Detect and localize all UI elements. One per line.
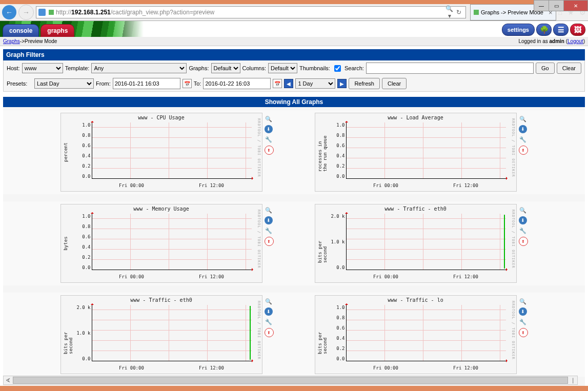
filters-panel: Host: www Template: Any Graphs: Default … xyxy=(3,60,585,92)
plot-area xyxy=(92,122,252,179)
csv-export-icon[interactable]: ⬇ xyxy=(519,307,527,316)
zoom-icon[interactable]: 🔍 xyxy=(519,297,527,305)
zoom-icon[interactable]: 🔍 xyxy=(265,115,273,123)
y-axis-label: percent xyxy=(63,142,68,162)
realtime-icon[interactable]: ⬆ xyxy=(265,237,274,246)
y-axis-label: bits per second xyxy=(63,315,73,354)
tab-graphs[interactable]: graphs xyxy=(40,24,74,37)
logout-link[interactable]: Logout xyxy=(567,38,583,44)
csv-export-icon[interactable]: ⬇ xyxy=(265,307,273,316)
window-titlebar: ― ▭ ✕ xyxy=(0,0,588,4)
back-button[interactable]: ← xyxy=(2,5,16,19)
graphs-select[interactable]: Default xyxy=(211,63,240,73)
timespan-prev-icon[interactable]: ◀ xyxy=(284,79,293,88)
clear-button[interactable]: Clear xyxy=(557,63,581,74)
breadcrumb-link-graphs[interactable]: Graphs xyxy=(3,38,20,44)
timespan-next-icon[interactable]: ▶ xyxy=(337,79,347,88)
window-minimize-button[interactable]: ― xyxy=(534,0,549,11)
breadcrumb-sep: -> xyxy=(20,38,25,44)
preview-view-icon[interactable]: 🖼 xyxy=(570,24,585,36)
thumbnails-checkbox[interactable] xyxy=(334,65,341,72)
horizontal-scrollbar[interactable]: ∢ ∣ xyxy=(3,376,578,385)
plot-area xyxy=(346,214,506,270)
csv-export-icon[interactable]: ⬇ xyxy=(265,216,273,224)
refresh-button[interactable]: Refresh xyxy=(349,78,380,89)
graph-thumbnail[interactable]: www - Load AverageRRDTOOL / TOBI OETIKER… xyxy=(315,113,517,192)
cacti-header: console graphs settings 🌳 ☰ 🖼 xyxy=(0,21,588,37)
scroll-right-icon[interactable]: ∣ xyxy=(569,377,577,384)
graph-edit-icon[interactable]: 🔧 xyxy=(265,227,273,235)
plot-area xyxy=(346,305,506,361)
breadcrumb-current: Preview Mode xyxy=(25,38,57,44)
to-input[interactable] xyxy=(203,78,271,89)
to-calendar-icon[interactable]: 📅 xyxy=(273,79,282,88)
clear-timespan-button[interactable]: Clear xyxy=(382,78,407,89)
x-axis-ticks: Fri 00:00Fri 12:00 xyxy=(346,365,506,371)
address-bar[interactable]: http://192.168.1.251/cacti/graph_view.ph… xyxy=(36,6,466,18)
realtime-icon[interactable]: ⬆ xyxy=(265,328,274,337)
x-axis-ticks: Fri 00:00Fri 12:00 xyxy=(92,183,252,188)
graph-edit-icon[interactable]: 🔧 xyxy=(265,318,273,326)
graph-thumbnail[interactable]: www - Traffic - loRRDTOOL / TOBI OETIKER… xyxy=(315,295,517,374)
host-select[interactable]: www xyxy=(22,63,63,73)
zoom-icon[interactable]: 🔍 xyxy=(519,206,527,214)
y-axis-label: rocesses in the run queue xyxy=(317,133,328,172)
go-button[interactable]: Go xyxy=(536,63,555,74)
presets-select[interactable]: Last Day xyxy=(34,78,94,89)
from-calendar-icon[interactable]: 📅 xyxy=(183,79,192,88)
search-input[interactable] xyxy=(366,63,534,74)
x-axis-ticks: Fri 00:00Fri 12:00 xyxy=(346,183,506,188)
rrdtool-credit: RRDTOOL / TOBI OETIKER xyxy=(511,301,515,360)
x-axis-ticks: Fri 00:00Fri 12:00 xyxy=(92,274,252,279)
window-maximize-button[interactable]: ▭ xyxy=(549,0,564,11)
template-label: Template: xyxy=(65,65,90,71)
tree-view-icon[interactable]: 🌳 xyxy=(536,24,552,36)
window-close-button[interactable]: ✕ xyxy=(563,0,588,11)
forward-button[interactable]: → xyxy=(18,5,34,20)
realtime-icon[interactable]: ⬆ xyxy=(519,237,528,246)
graph-thumbnail[interactable]: www - CPU UsageRRDTOOL / TOBI OETIKERper… xyxy=(60,113,262,192)
search-dropdown-icon[interactable]: 🔍▾ xyxy=(445,5,454,19)
timespan-select[interactable]: 1 Day xyxy=(295,78,335,89)
y-axis-label: bytes xyxy=(63,236,68,250)
realtime-icon[interactable]: ⬆ xyxy=(519,146,528,155)
graph-thumbnail[interactable]: www - Traffic - eth0RRDTOOL / TOBI OETIK… xyxy=(315,204,517,283)
template-select[interactable]: Any xyxy=(91,63,187,73)
y-axis-ticks: 1.00.80.60.40.20.0 xyxy=(75,214,91,270)
scroll-left-icon[interactable]: ∢ xyxy=(4,377,12,384)
graphs-section-header: Showing All Graphs xyxy=(3,97,585,107)
y-axis-label: bits per second xyxy=(317,224,328,263)
graph-thumbnail[interactable]: www - Traffic - eth0RRDTOOL / TOBI OETIK… xyxy=(60,295,262,374)
graph-thumbnail[interactable]: www - Memory UsageRRDTOOL / TOBI OETIKER… xyxy=(60,204,262,283)
host-label: Host: xyxy=(7,65,20,71)
csv-export-icon[interactable]: ⬇ xyxy=(265,125,273,133)
scrollbar-thumb[interactable] xyxy=(13,377,568,384)
realtime-icon[interactable]: ⬆ xyxy=(265,146,274,155)
graph-edit-icon[interactable]: 🔧 xyxy=(519,135,527,143)
logged-in-label: Logged in as xyxy=(518,38,549,44)
csv-export-icon[interactable]: ⬇ xyxy=(519,216,527,224)
data-spike xyxy=(250,306,251,360)
realtime-icon[interactable]: ⬆ xyxy=(519,328,528,337)
graph-edit-icon[interactable]: 🔧 xyxy=(519,227,527,235)
tab-favicon-icon xyxy=(474,10,479,15)
zoom-icon[interactable]: 🔍 xyxy=(519,115,527,123)
breadcrumb: Graphs -> Preview Mode Logged in as admi… xyxy=(0,37,588,46)
url-path: /cacti/graph_view.php?action=preview xyxy=(111,9,214,16)
settings-button[interactable]: settings xyxy=(502,24,535,36)
graphs-label: Graphs: xyxy=(189,65,209,71)
csv-export-icon[interactable]: ⬇ xyxy=(519,125,527,133)
y-axis-ticks: 1.00.80.60.40.20.0 xyxy=(330,305,345,361)
y-axis-ticks: 1.00.80.60.40.20.0 xyxy=(75,122,91,179)
list-view-icon[interactable]: ☰ xyxy=(553,24,569,36)
filters-panel-header: Graph Filters xyxy=(3,49,585,60)
graph-edit-icon[interactable]: 🔧 xyxy=(265,135,273,143)
columns-select[interactable]: Default xyxy=(268,63,297,73)
tab-console[interactable]: console xyxy=(3,24,39,37)
graph-edit-icon[interactable]: 🔧 xyxy=(519,318,527,326)
zoom-icon[interactable]: 🔍 xyxy=(265,206,273,214)
from-input[interactable] xyxy=(113,78,180,89)
refresh-icon[interactable]: ↻ xyxy=(454,9,463,16)
y-axis-ticks: 2.0 k1.0 k0.0 xyxy=(75,305,91,361)
zoom-icon[interactable]: 🔍 xyxy=(265,297,273,305)
